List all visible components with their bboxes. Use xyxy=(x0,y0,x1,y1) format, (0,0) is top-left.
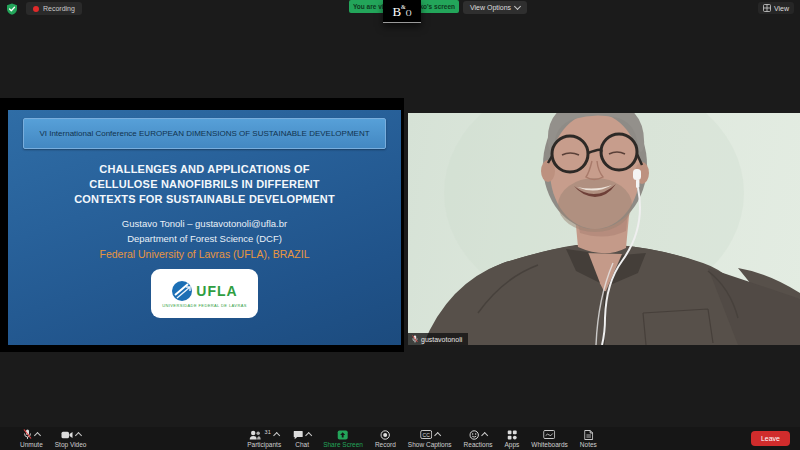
smiley-reactions-icon xyxy=(469,430,479,440)
whiteboard-icon xyxy=(544,430,556,439)
department-line: Department of Forest Science (DCF) xyxy=(8,233,401,244)
chevron-up-icon[interactable] xyxy=(273,432,280,439)
slide-title: CHALLENGES AND APPLICATIONS OF CELLULOSE… xyxy=(8,162,401,207)
participant-name-tag: gustavotonoli xyxy=(408,333,468,345)
unmute-button[interactable]: Unmute xyxy=(14,427,49,450)
participants-button[interactable]: 31 Participants xyxy=(241,427,287,450)
muted-mic-icon xyxy=(412,335,418,343)
recording-dot-icon xyxy=(33,6,39,12)
view-options-button[interactable]: View Options xyxy=(463,1,527,14)
bang-olufsen-overlay: B & O xyxy=(383,0,421,23)
chevron-up-icon[interactable] xyxy=(75,432,82,439)
view-label: View xyxy=(774,5,789,12)
stop-video-label: Stop Video xyxy=(55,441,87,448)
leave-label: Leave xyxy=(761,435,780,442)
share-screen-icon xyxy=(338,430,349,440)
whiteboards-label: Whiteboards xyxy=(531,441,568,448)
share-screen-button[interactable]: Share Screen xyxy=(317,427,369,450)
participants-count-badge: 31 xyxy=(265,429,271,435)
view-options-label: View Options xyxy=(470,4,511,11)
record-label: Record xyxy=(375,441,396,448)
bo-logo-letter-o: O xyxy=(406,9,412,18)
slide-title-line-1: CHALLENGES AND APPLICATIONS OF xyxy=(8,162,401,177)
meeting-toolbar: Unmute Stop Video xyxy=(0,427,800,450)
share-screen-label: Share Screen xyxy=(323,441,363,448)
apps-button[interactable]: Apps xyxy=(499,427,526,450)
participants-icon xyxy=(250,430,262,440)
participant-name: gustavotonoli xyxy=(421,336,462,343)
university-line: Federal University of Lavras (UFLA), BRA… xyxy=(8,248,401,260)
security-shield-icon[interactable] xyxy=(6,3,18,15)
conference-header-text: VI International Conference EUROPEAN DIM… xyxy=(39,129,369,138)
view-button[interactable]: View xyxy=(758,2,794,14)
webcam-person-illustration xyxy=(408,113,800,345)
stop-video-button[interactable]: Stop Video xyxy=(49,427,93,450)
video-camera-icon xyxy=(61,431,73,439)
leave-button[interactable]: Leave xyxy=(751,431,790,446)
show-captions-label: Show Captions xyxy=(408,441,452,448)
chevron-down-icon xyxy=(514,3,521,10)
chevron-up-icon[interactable] xyxy=(481,432,488,439)
zoom-meeting-window: Recording You are vie nylenko's screen B… xyxy=(0,0,800,450)
reactions-button[interactable]: Reactions xyxy=(458,427,499,450)
show-captions-button[interactable]: CC Show Captions xyxy=(402,427,458,450)
recording-indicator[interactable]: Recording xyxy=(26,2,82,15)
notes-icon xyxy=(584,430,593,440)
recording-label: Recording xyxy=(43,5,75,12)
record-icon xyxy=(380,430,390,440)
chevron-up-icon[interactable] xyxy=(34,432,41,439)
unmute-label: Unmute xyxy=(20,441,43,448)
participants-label: Participants xyxy=(247,441,281,448)
chevron-up-icon[interactable] xyxy=(305,432,312,439)
ufla-logo-subtext: UNIVERSIDADE FEDERAL DE LAVRAS xyxy=(162,303,247,308)
shared-screen-region: VI International Conference EUROPEAN DIM… xyxy=(0,98,404,352)
chat-bubble-icon xyxy=(293,430,303,440)
captions-icon-text: CC xyxy=(422,432,430,438)
notes-button[interactable]: Notes xyxy=(574,427,603,450)
chat-button[interactable]: Chat xyxy=(287,427,317,450)
closed-captions-icon: CC xyxy=(420,430,432,439)
conference-header-box: VI International Conference EUROPEAN DIM… xyxy=(23,118,386,149)
reactions-label: Reactions xyxy=(464,441,493,448)
chevron-up-icon[interactable] xyxy=(434,432,441,439)
author-line: Gustavo Tonoli – gustavotonoli@ufla.br xyxy=(8,218,401,229)
slide-title-line-2: CELLULOSE NANOFIBRILS IN DIFFERENT xyxy=(8,177,401,192)
ufla-globe-icon xyxy=(171,280,193,302)
notes-label: Notes xyxy=(580,441,597,448)
presentation-slide: VI International Conference EUROPEAN DIM… xyxy=(8,110,401,345)
chat-label: Chat xyxy=(295,441,309,448)
grid-view-icon xyxy=(763,4,771,12)
apps-label: Apps xyxy=(505,441,520,448)
ufla-logo-acronym: UFLA xyxy=(196,283,237,299)
apps-icon xyxy=(507,430,517,440)
participant-video-tile[interactable]: gustavotonoli xyxy=(408,113,800,345)
slide-title-line-3: CONTEXTS FOR SUSTAINABLE DEVELOPMENT xyxy=(8,192,401,207)
muted-mic-icon xyxy=(23,429,32,440)
ufla-logo: UFLA UNIVERSIDADE FEDERAL DE LAVRAS xyxy=(151,269,258,318)
whiteboards-button[interactable]: Whiteboards xyxy=(525,427,574,450)
bo-logo-letter-b: B xyxy=(392,5,401,18)
meeting-topbar: Recording You are vie nylenko's screen B… xyxy=(0,0,800,22)
record-button[interactable]: Record xyxy=(369,427,402,450)
